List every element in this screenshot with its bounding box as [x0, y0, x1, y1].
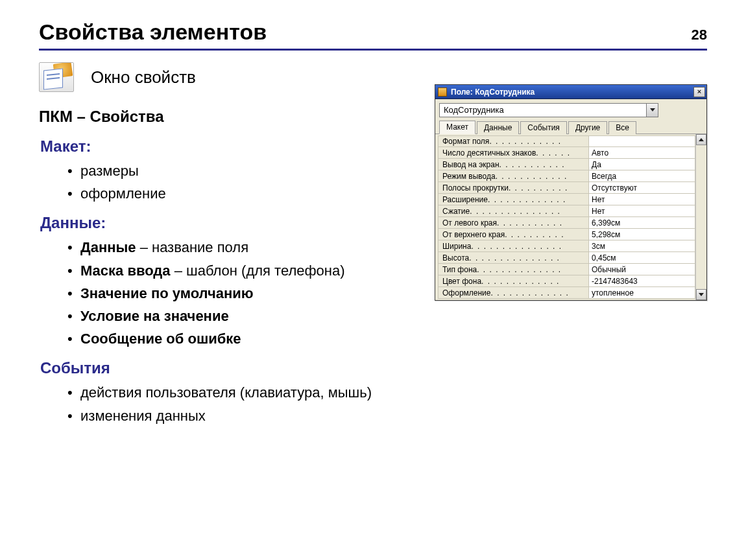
svg-marker-0 [650, 108, 655, 111]
list-item-rest: – название поля [136, 239, 249, 255]
list-item-rest: – шаблон (для телефона) [171, 262, 345, 279]
property-label: Вывод на экран . . . . . . . . . . . [439, 159, 589, 170]
property-row[interactable]: От верхнего края . . . . . . . . . . 5,2… [438, 229, 695, 240]
dropdown-button[interactable] [646, 104, 658, 117]
tab-events[interactable]: События [520, 121, 567, 134]
property-value[interactable] [589, 136, 695, 146]
property-value[interactable]: утопленное [589, 287, 695, 298]
tab-data[interactable]: Данные [477, 121, 519, 134]
property-row[interactable]: Вывод на экран . . . . . . . . . . . Да [438, 159, 695, 170]
list-item-bold: Маска ввода [80, 262, 171, 279]
slide-title: Свойства элементов [39, 19, 267, 45]
section-events-list: действия пользователя (клавиатура, мышь)… [67, 381, 707, 426]
property-row[interactable]: Расширение . . . . . . . . . . . . . Нет [438, 194, 695, 205]
window-titlebar[interactable]: Поле: КодСотрудника × [435, 85, 706, 99]
property-label: Формат поля . . . . . . . . . . . . [439, 136, 589, 146]
property-label: Расширение . . . . . . . . . . . . . [439, 194, 589, 205]
tab-label: Макет [446, 122, 468, 132]
chevron-up-icon [699, 138, 704, 142]
list-item-bold: Условие на значение [80, 308, 229, 324]
slide-header: Свойства элементов 28 [39, 19, 707, 51]
property-row[interactable]: Число десятичных знаков . . . . . . Авто [438, 147, 695, 159]
property-label: Тип фона . . . . . . . . . . . . . . [439, 264, 589, 275]
property-value[interactable]: Авто [589, 147, 695, 158]
icon-label: Окно свойств [91, 67, 196, 88]
window-icon [438, 88, 447, 97]
scroll-down-button[interactable] [696, 289, 706, 300]
property-label: Сжатие . . . . . . . . . . . . . . . [439, 205, 589, 216]
properties-icon [39, 62, 74, 92]
property-label: Высота . . . . . . . . . . . . . . . [439, 252, 589, 263]
property-value[interactable]: Нет [589, 205, 695, 216]
svg-marker-1 [699, 138, 704, 141]
property-label: Полосы прокрутки . . . . . . . . . . [439, 182, 589, 193]
tab-label: Все [616, 123, 629, 132]
property-row[interactable]: Тип фона . . . . . . . . . . . . . . Обы… [438, 264, 695, 275]
property-label: Режим вывода . . . . . . . . . . . . [439, 170, 589, 181]
list-item: размеры [80, 163, 139, 179]
property-label: Число десятичных знаков . . . . . . [439, 147, 589, 158]
object-selector-combo[interactable]: КодСотрудника [439, 103, 658, 117]
property-row[interactable]: Формат поля . . . . . . . . . . . . [438, 135, 695, 147]
tab-strip: Макет Данные События Другие Все [435, 120, 706, 134]
chevron-down-icon [650, 108, 655, 112]
tab-other[interactable]: Другие [568, 121, 607, 134]
property-label: Оформление . . . . . . . . . . . . . [439, 287, 589, 298]
property-value[interactable]: Обычный [589, 264, 695, 275]
list-item-bold: Значение по умолчанию [80, 285, 254, 301]
property-row[interactable]: От левого края . . . . . . . . . . . 6,3… [438, 217, 695, 229]
property-value[interactable]: 5,298см [589, 229, 695, 240]
tab-label: Другие [575, 123, 600, 132]
svg-marker-2 [699, 293, 704, 296]
scroll-up-button[interactable] [696, 134, 706, 145]
property-row[interactable]: Сжатие . . . . . . . . . . . . . . . Нет [438, 205, 695, 217]
tab-layout[interactable]: Макет [439, 121, 475, 134]
list-item-bold: Данные [80, 239, 136, 255]
chevron-down-icon [699, 293, 704, 297]
property-row[interactable]: Полосы прокрутки . . . . . . . . . . Отс… [438, 182, 695, 194]
vertical-scrollbar[interactable] [695, 134, 706, 300]
list-item: оформление [80, 185, 166, 202]
property-row[interactable]: Оформление . . . . . . . . . . . . . уто… [438, 287, 695, 299]
property-label: Ширина . . . . . . . . . . . . . . . [439, 240, 589, 251]
property-row[interactable]: Высота . . . . . . . . . . . . . . . 0,4… [438, 252, 695, 264]
property-value[interactable]: 0,45см [589, 252, 695, 263]
tab-all[interactable]: Все [608, 121, 636, 134]
section-events-title: События [40, 359, 707, 377]
list-item: изменения данных [80, 408, 206, 424]
list-item-bold: Сообщение об ошибке [80, 331, 241, 347]
combo-value: КодСотрудника [440, 104, 646, 117]
property-label: От левого края . . . . . . . . . . . [439, 217, 589, 228]
window-title: Поле: КодСотрудника [451, 88, 690, 97]
property-value[interactable]: Нет [589, 194, 695, 205]
property-grid: Формат поля . . . . . . . . . . . . Числ… [435, 134, 695, 300]
property-value[interactable]: 3см [589, 240, 695, 251]
list-item: действия пользователя (клавиатура, мышь) [80, 384, 372, 401]
properties-window: Поле: КодСотрудника × КодСотрудника Маке… [435, 84, 707, 301]
tab-label: Данные [484, 123, 512, 132]
property-label: От верхнего края . . . . . . . . . . [439, 229, 589, 240]
property-value[interactable]: Отсутствуют [589, 182, 695, 193]
property-row[interactable]: Ширина . . . . . . . . . . . . . . . 3см [438, 240, 695, 252]
property-row[interactable]: Цвет фона . . . . . . . . . . . . . -214… [438, 275, 695, 287]
property-value[interactable]: Всегда [589, 170, 695, 181]
close-button[interactable]: × [693, 87, 705, 97]
property-label: Цвет фона . . . . . . . . . . . . . [439, 275, 589, 286]
tab-label: События [527, 123, 560, 132]
property-value[interactable]: Да [589, 159, 695, 170]
property-value[interactable]: -2147483643 [589, 275, 695, 286]
property-value[interactable]: 6,399см [589, 217, 695, 228]
property-row[interactable]: Режим вывода . . . . . . . . . . . . Все… [438, 170, 695, 182]
page-number: 28 [692, 27, 707, 43]
